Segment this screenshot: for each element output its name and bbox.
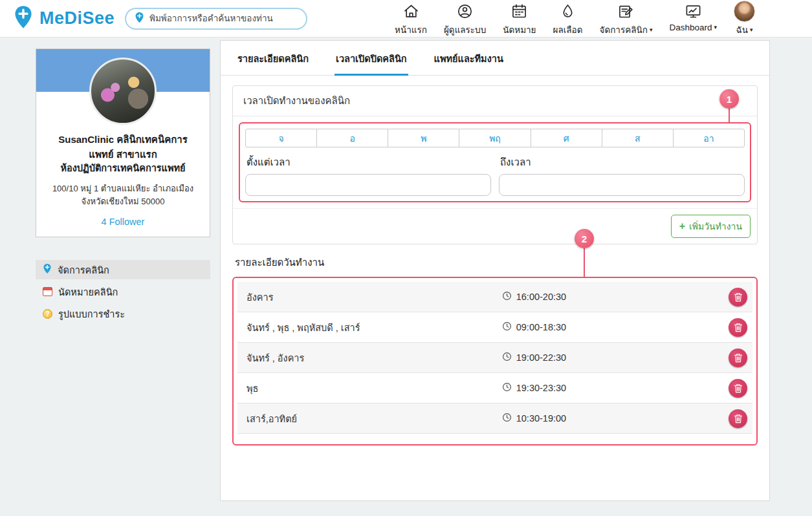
delete-schedule-button[interactable]	[729, 349, 747, 367]
user-avatar	[734, 1, 755, 22]
schedule-region: 2 อังคาร 16:00-20:30	[232, 277, 758, 446]
clinic-manage-icon	[617, 1, 635, 22]
nav-home[interactable]: หน้าแรก	[395, 1, 427, 37]
nav-clinic-manage[interactable]: จัดการคลินิก▾	[600, 1, 653, 37]
nav-blood-results-label: ผลเลือด	[553, 23, 583, 37]
clock-icon	[502, 321, 512, 333]
clock-icon	[502, 291, 512, 303]
chevron-down-icon: ▾	[650, 27, 653, 33]
nav-me[interactable]: ฉัน▾	[734, 1, 755, 37]
clock-icon	[502, 382, 512, 394]
home-icon	[402, 1, 420, 22]
search-input[interactable]	[149, 14, 298, 23]
main-panel: รายละเอียดคลินิก เวลาเปิดปิดคลินิก แพทย์…	[220, 40, 770, 501]
add-workday-button[interactable]: + เพิ่มวันทำงาน	[671, 215, 751, 238]
schedule-row: เสาร์,อาทิตย์ 10:30-19:00	[237, 403, 752, 434]
nav-appointments-label: นัดหมาย	[503, 23, 536, 37]
schedule-time: 09:00-18:30	[502, 321, 729, 333]
trash-icon	[734, 414, 743, 424]
nav-menu: หน้าแรก ผู้ดูแลระบบ นัดหมาย ผลเลือด จัดก…	[395, 1, 755, 37]
schedule-time-text: 19:00-22:30	[516, 352, 566, 363]
brand-name: MeDiSee	[39, 8, 115, 28]
followers-link[interactable]: 4 Follower	[102, 217, 145, 227]
nav-appointments[interactable]: นัดหมาย	[503, 1, 536, 37]
trash-icon	[734, 292, 743, 302]
to-time-label: ถึงเวลา	[500, 155, 743, 170]
from-time-input[interactable]	[245, 174, 491, 196]
clinic-avatar[interactable]	[89, 58, 157, 125]
open-days-region: 1 จ อ พ พฤ ศ	[239, 122, 751, 202]
symptom-search-box[interactable]	[125, 8, 307, 30]
day-button[interactable]: อ	[316, 129, 388, 147]
schedule-time: 19:00-22:30	[502, 352, 729, 363]
day-button-group: จ อ พ พฤ ศ ส อา	[245, 129, 745, 147]
sidebar-item-appointments[interactable]: นัดหมายคลินิก	[36, 282, 210, 301]
trash-icon	[734, 323, 743, 332]
schedule-days: จันทร์ , พุธ , พฤหัสบดี , เสาร์	[247, 320, 502, 335]
sidebar-item-clinic-manage[interactable]: จัดการคลินิก	[36, 260, 210, 279]
annotation-2: 2	[575, 229, 594, 248]
top-navbar: MeDiSee หน้าแรก ผู้ดูแลระบบ นัดหมาย	[0, 0, 812, 38]
blood-drop-icon	[559, 1, 576, 22]
schedule-row: พุธ 19:30-23:30	[237, 373, 752, 403]
coin-icon	[43, 309, 52, 319]
medisee-pin-icon	[13, 5, 34, 32]
nav-admin-label: ผู้ดูแลระบบ	[444, 23, 486, 37]
admin-icon	[456, 1, 474, 22]
schedule-list: อังคาร 16:00-20:30 จันทร์ , พ	[237, 282, 752, 434]
schedule-days: เสาร์,อาทิตย์	[247, 411, 502, 426]
sidebar-menu: จัดการคลินิก นัดหมายคลินิก รูปแบบการชำระ	[36, 260, 210, 326]
nav-admin[interactable]: ผู้ดูแลระบบ	[444, 1, 486, 37]
delete-schedule-button[interactable]	[729, 409, 747, 428]
annotation-1-line	[729, 109, 730, 124]
schedule-days: พุธ	[247, 381, 502, 396]
tab[interactable]: แพทย์และทีมงาน	[433, 41, 505, 76]
schedule-time-text: 10:30-19:00	[516, 413, 566, 424]
opening-hours-panel: เวลาเปิดทำงานของคลินิก 1 จ อ พ พฤ	[232, 85, 758, 244]
trash-icon	[734, 383, 743, 393]
annotation-1: 1	[719, 89, 739, 109]
from-time-label: ตั้งแต่เวลา	[247, 155, 490, 170]
schedule-days: จันทร์ , อังคาร	[247, 350, 502, 365]
schedule-time-text: 16:00-20:30	[516, 292, 566, 302]
search-pin-icon	[135, 12, 144, 26]
plus-icon: +	[679, 221, 685, 231]
brand-logo[interactable]: MeDiSee	[13, 5, 115, 32]
schedule-row: อังคาร 16:00-20:30	[237, 282, 752, 312]
calendar-icon	[43, 287, 52, 296]
trash-icon	[734, 353, 743, 363]
delete-schedule-button[interactable]	[729, 318, 747, 337]
delete-schedule-button[interactable]	[729, 379, 747, 398]
tab-bar: รายละเอียดคลินิก เวลาเปิดปิดคลินิก แพทย์…	[221, 41, 769, 76]
day-button[interactable]: จ	[245, 129, 317, 147]
clock-icon	[502, 352, 512, 363]
day-button[interactable]: ศ	[531, 129, 602, 147]
clock-icon	[502, 413, 512, 424]
schedule-days: อังคาร	[247, 290, 502, 305]
schedule-time-text: 19:30-23:30	[516, 383, 566, 393]
pin-icon	[43, 263, 52, 276]
add-workday-label: เพิ่มวันทำงาน	[689, 219, 742, 233]
schedule-row: จันทร์ , อังคาร 19:00-22:30	[237, 343, 752, 373]
sidebar-item-label: จัดการคลินิก	[58, 263, 109, 277]
delete-schedule-button[interactable]	[729, 288, 747, 306]
sidebar-item-payment[interactable]: รูปแบบการชำระ	[36, 304, 210, 323]
clinic-address: 100/10 หมู่ 1 ตำบลแม่เหียะ อำเภอเมือง จั…	[47, 182, 199, 208]
tab[interactable]: รายละเอียดคลินิก	[236, 41, 310, 76]
clinic-name: SusanClinic คลินิกเทคนิคการแพทย์ สาขาแรก	[47, 133, 199, 162]
chevron-down-icon: ▾	[714, 24, 717, 30]
schedule-time: 16:00-20:30	[502, 291, 729, 303]
nav-blood-results[interactable]: ผลเลือด	[553, 1, 583, 37]
day-button[interactable]: ส	[602, 129, 674, 147]
schedule-title: รายละเอียดวันทำงาน	[235, 255, 755, 270]
nav-dashboard[interactable]: Dashboard▾	[669, 1, 717, 37]
nav-me-label: ฉัน	[736, 23, 748, 37]
day-button[interactable]: พ	[388, 129, 459, 147]
schedule-time: 10:30-19:00	[502, 413, 729, 424]
tab[interactable]: เวลาเปิดปิดคลินิก	[335, 41, 408, 76]
day-button[interactable]: พฤ	[459, 129, 531, 147]
schedule-time: 19:30-23:30	[502, 382, 729, 394]
day-button[interactable]: อา	[673, 129, 745, 147]
sidebar-item-label: รูปแบบการชำระ	[58, 306, 125, 321]
to-time-input[interactable]	[499, 174, 745, 196]
